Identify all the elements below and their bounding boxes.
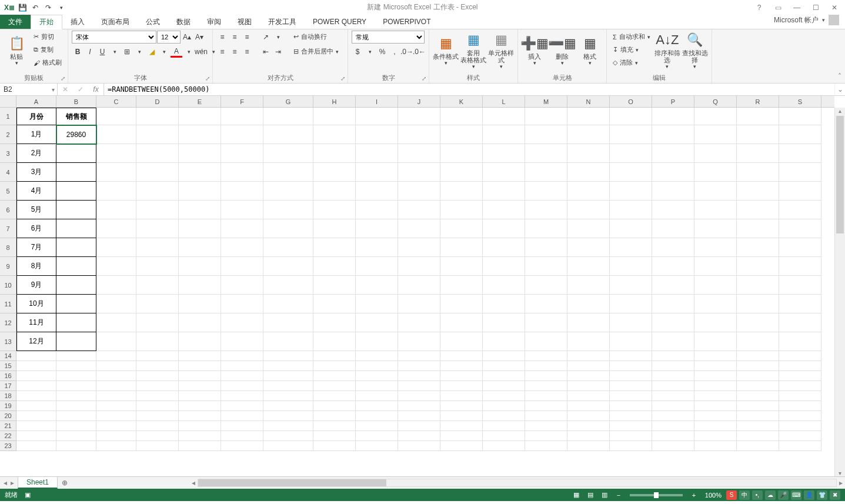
cell[interactable] (263, 295, 313, 313)
cell[interactable] (263, 381, 313, 391)
cell[interactable] (136, 238, 179, 257)
cell[interactable] (440, 276, 483, 295)
borders-dropdown-icon[interactable]: ▾ (133, 46, 145, 58)
merge-center-button[interactable]: ⊟合并后居中▾ (291, 45, 341, 58)
cell[interactable] (567, 295, 610, 313)
cell[interactable] (737, 421, 779, 431)
cell[interactable] (694, 441, 737, 451)
number-format-select[interactable]: 常规 (352, 31, 425, 44)
help-icon[interactable]: ? (752, 4, 766, 12)
cell[interactable] (567, 351, 610, 361)
cell[interactable] (313, 421, 356, 431)
column-header[interactable]: M (525, 96, 567, 107)
cell[interactable] (398, 441, 440, 451)
cell[interactable] (694, 125, 737, 144)
cell[interactable] (263, 163, 313, 182)
copy-button[interactable]: ⧉复制 (31, 44, 64, 56)
increase-font-icon[interactable]: A▴ (181, 31, 193, 43)
cell[interactable] (525, 351, 567, 361)
cell[interactable] (398, 125, 440, 144)
row-header[interactable]: 20 (0, 411, 16, 421)
cell[interactable] (398, 361, 440, 371)
cell[interactable] (610, 201, 652, 219)
cell[interactable] (56, 276, 96, 295)
cell[interactable] (263, 276, 313, 295)
cell[interactable] (483, 381, 525, 391)
cell[interactable] (398, 431, 440, 441)
cell[interactable] (56, 295, 96, 313)
cell[interactable] (610, 411, 652, 421)
minimize-icon[interactable]: — (790, 4, 804, 12)
cell[interactable]: 8月 (16, 257, 56, 276)
cell[interactable]: 10月 (16, 295, 56, 313)
cell[interactable] (179, 257, 221, 276)
cell[interactable] (179, 421, 221, 431)
cell[interactable] (221, 201, 263, 219)
cell[interactable] (610, 108, 652, 125)
cell[interactable] (440, 391, 483, 401)
cell[interactable] (356, 351, 398, 361)
fill-color-button[interactable]: ◢ (146, 46, 158, 58)
cell[interactable] (779, 257, 821, 276)
dialog-launcher-icon[interactable]: ⤢ (61, 75, 65, 83)
cell[interactable] (179, 276, 221, 295)
cell[interactable] (179, 391, 221, 401)
column-header[interactable]: H (313, 96, 356, 107)
cell[interactable] (779, 441, 821, 451)
format-cells-button[interactable]: ▦格式▾ (577, 31, 603, 69)
cell[interactable] (567, 421, 610, 431)
cell[interactable] (179, 108, 221, 125)
cell[interactable] (221, 313, 263, 332)
cell[interactable] (440, 401, 483, 411)
cell[interactable] (263, 421, 313, 431)
cell[interactable] (610, 332, 652, 351)
cell[interactable]: 12月 (16, 332, 56, 351)
tab-developer[interactable]: 开发工具 (260, 15, 305, 29)
sheet-tab-active[interactable]: Sheet1 (18, 477, 58, 489)
cell[interactable] (440, 108, 483, 125)
cell[interactable] (136, 201, 179, 219)
tab-view[interactable]: 视图 (229, 15, 260, 29)
scroll-thumb[interactable] (836, 116, 844, 233)
cell[interactable] (567, 201, 610, 219)
orientation-icon[interactable]: ↗ (260, 31, 272, 43)
cell[interactable] (737, 391, 779, 401)
increase-indent-icon[interactable]: ⇥ (272, 46, 284, 58)
tray-icon[interactable]: ✖ (830, 490, 840, 500)
cell[interactable] (96, 411, 136, 421)
cell[interactable] (179, 361, 221, 371)
cell[interactable] (96, 361, 136, 371)
column-header[interactable]: B (56, 96, 96, 107)
cell[interactable] (652, 108, 694, 125)
cell[interactable] (652, 276, 694, 295)
cell[interactable] (440, 182, 483, 201)
cell[interactable] (16, 361, 56, 371)
cell[interactable] (136, 401, 179, 411)
cell[interactable]: 9月 (16, 276, 56, 295)
cell[interactable] (56, 371, 96, 381)
cell[interactable] (567, 401, 610, 411)
cell[interactable] (398, 219, 440, 238)
cell[interactable] (96, 182, 136, 201)
cell[interactable] (525, 411, 567, 421)
zoom-slider-thumb[interactable] (654, 492, 659, 498)
cell[interactable] (136, 257, 179, 276)
cell[interactable] (398, 108, 440, 125)
cell[interactable] (525, 401, 567, 411)
cell[interactable] (483, 391, 525, 401)
cell[interactable] (221, 163, 263, 182)
cell[interactable]: 5月 (16, 201, 56, 219)
cell[interactable] (483, 351, 525, 361)
cell[interactable] (313, 361, 356, 371)
column-header[interactable]: E (179, 96, 221, 107)
cell[interactable]: 11月 (16, 313, 56, 332)
cell[interactable] (525, 313, 567, 332)
row-header[interactable]: 1 (0, 108, 16, 125)
cell[interactable] (56, 238, 96, 257)
column-header[interactable]: K (440, 96, 483, 107)
cell[interactable] (313, 125, 356, 144)
cell[interactable] (313, 431, 356, 441)
cell[interactable] (525, 332, 567, 351)
cell[interactable] (737, 201, 779, 219)
align-right-icon[interactable]: ≡ (241, 46, 253, 58)
